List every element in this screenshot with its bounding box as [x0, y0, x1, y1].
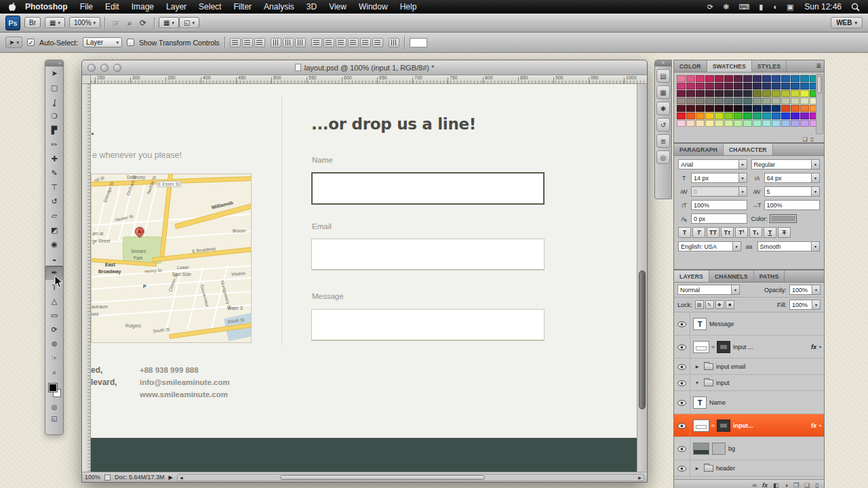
horizontal-scrollbar-thumb[interactable] [280, 475, 485, 480]
color-swatch[interactable] [724, 113, 733, 119]
color-swatch[interactable] [762, 75, 771, 82]
color-swatch[interactable] [696, 75, 705, 82]
color-swatch[interactable] [705, 113, 714, 119]
tab-color[interactable]: COLOR [674, 60, 707, 72]
color-swatch[interactable] [781, 83, 790, 89]
color-swatch[interactable] [705, 75, 714, 82]
masks-panel-icon[interactable]: ◎ [656, 150, 670, 164]
color-swatch[interactable] [686, 75, 695, 82]
horizontal-ruler[interactable]: 2503003504004505005506006507007508008509… [91, 75, 647, 84]
menu-item-layer[interactable]: Layer [160, 2, 193, 12]
adjustment-layer-icon[interactable]: ◑ [784, 482, 787, 488]
visibility-toggle[interactable] [674, 437, 690, 460]
bridge-button[interactable]: Br [24, 17, 41, 28]
zoom-tool[interactable]: ⌕ [45, 365, 63, 380]
color-swatch[interactable] [677, 105, 686, 112]
app-menu[interactable]: Photoshop [19, 2, 74, 12]
color-swatch[interactable] [677, 113, 686, 119]
new-swatch-icon[interactable]: ❏ [802, 136, 807, 142]
language-select[interactable]: English: USA▾ [678, 241, 741, 251]
color-swatch[interactable] [762, 83, 771, 89]
menu-item-view[interactable]: View [323, 2, 353, 12]
color-swatch[interactable] [772, 105, 781, 112]
distribute-vertical-centers-button[interactable] [323, 38, 334, 47]
align-left-edges-button[interactable] [271, 38, 281, 47]
workspace-switcher[interactable]: WEB▾ [831, 17, 863, 28]
new-layer-icon[interactable]: ❏ [804, 482, 810, 488]
color-swatch[interactable] [800, 105, 809, 112]
panel-collapse-handle[interactable]: » [45, 60, 63, 66]
layer-row[interactable]: ▶header [674, 460, 824, 476]
color-swatch[interactable] [791, 98, 800, 104]
color-swatch[interactable] [762, 105, 771, 112]
align-bottom-edges-button[interactable] [254, 38, 265, 47]
strikethrough-button[interactable]: T [778, 227, 791, 238]
pen-tool[interactable]: ✒ [45, 266, 63, 280]
color-swatch[interactable] [724, 98, 733, 104]
quick-mask-button[interactable]: ◎ [45, 401, 63, 413]
color-swatch[interactable] [743, 83, 752, 89]
color-swatch[interactable] [743, 120, 752, 127]
3d-orbit-tool[interactable]: ⊚ [45, 337, 63, 351]
color-swatch[interactable] [781, 90, 790, 97]
hand-tool[interactable]: ☞ [45, 351, 63, 365]
sync-status-icon[interactable]: ⟳ [703, 3, 718, 12]
swatches-scrollbar[interactable] [816, 74, 823, 134]
color-swatch[interactable] [696, 83, 705, 89]
distribute-right-edges-button[interactable] [372, 38, 383, 47]
status-flyout-icon[interactable]: ▶ [169, 474, 173, 481]
font-size-input[interactable]: 14 px▾ [691, 173, 747, 183]
menu-item-file[interactable]: File [74, 2, 99, 12]
crop-tool[interactable]: ▛ [45, 123, 63, 138]
menu-item-window[interactable]: Window [353, 2, 394, 12]
visibility-toggle[interactable] [674, 414, 690, 436]
align-top-edges-button[interactable] [230, 38, 241, 47]
menu-item-image[interactable]: Image [125, 2, 160, 12]
layer-row[interactable]: bg [674, 437, 824, 460]
color-swatch[interactable] [800, 113, 809, 119]
layer-row[interactable]: ▶input email [674, 359, 824, 375]
menu-item-analysis[interactable]: Analysis [258, 2, 300, 12]
color-swatch[interactable] [772, 90, 781, 97]
menu-item-select[interactable]: Select [193, 2, 227, 12]
lock-position-icon[interactable]: ✚ [715, 300, 724, 309]
tab-paths[interactable]: PATHS [754, 270, 785, 282]
font-family-select[interactable]: Arial▾ [678, 159, 747, 169]
screen-mode-button[interactable]: ◱ [45, 413, 63, 424]
color-swatch[interactable] [734, 120, 743, 127]
visibility-toggle[interactable] [674, 312, 690, 335]
blend-mode-select[interactable]: Normal▾ [677, 285, 740, 295]
color-swatch[interactable] [772, 83, 781, 89]
color-swatch[interactable] [677, 90, 686, 97]
leading-input[interactable]: 64 px▾ [764, 173, 821, 183]
color-swatch[interactable] [762, 98, 771, 104]
disclosure-triangle-icon[interactable]: ▶ [693, 466, 701, 470]
color-swatch[interactable] [800, 83, 809, 89]
scroll-left-icon[interactable]: ◀ [178, 474, 185, 481]
distribute-horizontal-centers-button[interactable] [360, 38, 371, 47]
color-swatch[interactable] [724, 120, 733, 127]
color-swatch[interactable] [772, 98, 781, 104]
horizontal-scale-input[interactable]: 100% [764, 200, 821, 210]
vertical-scrollbar[interactable] [637, 84, 647, 472]
subscript-button[interactable]: T₁ [749, 227, 762, 238]
lasso-tool[interactable]: ʆ [45, 95, 63, 109]
layer-row[interactable]: TMessage [674, 312, 824, 336]
zoom-tool-icon[interactable]: ⌕ [123, 16, 136, 30]
color-swatch[interactable] [753, 90, 762, 97]
horizontal-scrollbar[interactable]: ◀ ▶ [177, 474, 644, 481]
color-swatch[interactable] [791, 83, 800, 89]
arrange-documents-button[interactable]: ▦▾ [159, 17, 179, 28]
spotlight-search-icon[interactable] [848, 3, 863, 12]
color-swatch[interactable] [791, 75, 800, 82]
align-horizontal-centers-button[interactable] [283, 38, 294, 47]
color-swatch[interactable] [734, 113, 743, 119]
keyboard-input-icon[interactable]: ⌨ [734, 3, 754, 12]
close-button[interactable] [87, 64, 96, 72]
options-style-well[interactable] [410, 38, 427, 47]
tab-channels[interactable]: CHANNELS [709, 270, 754, 282]
disclosure-triangle-icon[interactable]: ▼ [693, 381, 701, 385]
color-swatch[interactable] [715, 90, 724, 97]
baseline-shift-input[interactable]: 0 px [691, 214, 747, 224]
color-swatch[interactable] [781, 98, 790, 104]
